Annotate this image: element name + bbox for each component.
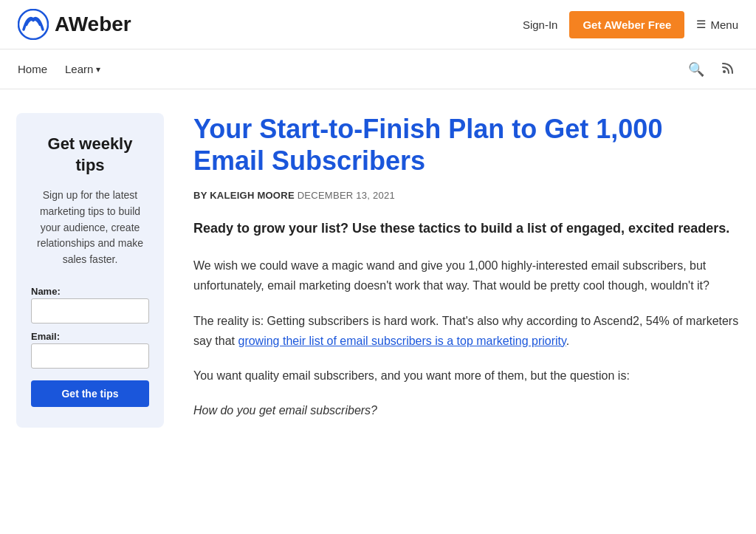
sidebar-widget: Get weekly tips Sign up for the latest m… [16, 113, 164, 428]
article-author: BY KALEIGH MOORE [193, 190, 295, 201]
article-p2-text-after: . [566, 335, 569, 347]
nav-learn[interactable]: Learn ▾ [65, 49, 100, 89]
search-button[interactable]: 🔍 [685, 58, 707, 81]
article-paragraph-1: We wish we could wave a magic wand and g… [193, 256, 740, 295]
get-aweber-free-button[interactable]: Get AWeber Free [569, 11, 684, 38]
page-layout: Get weekly tips Sign up for the latest m… [1, 89, 755, 459]
article-italic-question: How do you get email subscribers? [193, 400, 740, 420]
logo-wordmark: AWeber [55, 13, 131, 36]
site-header: AWeber Sign-In Get AWeber Free ☰ Menu [0, 0, 756, 49]
nav-right: 🔍 [685, 58, 738, 81]
nav-home-label: Home [18, 63, 47, 75]
email-field-group: Email: [31, 331, 149, 369]
menu-label: Menu [710, 18, 738, 31]
name-field-group: Name: [31, 286, 149, 324]
article-paragraph-2: The reality is: Getting subscribers is h… [193, 311, 740, 351]
name-label: Name: [31, 286, 149, 297]
aweber-logo-icon [18, 9, 49, 40]
email-label: Email: [31, 331, 149, 342]
article-meta: BY KALEIGH MOORE DECEMBER 13, 2021 [193, 190, 740, 201]
article-body: We wish we could wave a magic wand and g… [193, 256, 740, 420]
logo-link[interactable]: AWeber [18, 9, 131, 40]
article-paragraph-3: You want quality email subscribers, and … [193, 366, 740, 386]
article-intro: Ready to grow your list? Use these tacti… [193, 219, 740, 239]
sidebar-title: Get weekly tips [31, 134, 149, 176]
main-nav: Home Learn ▾ 🔍 [0, 49, 756, 89]
nav-left: Home Learn ▾ [18, 49, 100, 89]
article-title: Your Start-to-Finish Plan to Get 1,000 E… [193, 113, 740, 177]
svg-point-1 [723, 70, 726, 73]
get-tips-button[interactable]: Get the tips [31, 380, 149, 407]
nav-learn-label: Learn [65, 63, 93, 75]
email-input[interactable] [31, 343, 149, 369]
article-date: DECEMBER 13, 2021 [298, 190, 395, 201]
search-icon: 🔍 [688, 62, 704, 77]
sign-in-button[interactable]: Sign-In [523, 18, 558, 31]
header-actions: Sign-In Get AWeber Free ☰ Menu [523, 11, 738, 38]
nav-home[interactable]: Home [18, 49, 47, 89]
signup-form: Name: Email: Get the tips [31, 286, 149, 407]
chevron-down-icon: ▾ [96, 64, 100, 75]
sidebar-description: Sign up for the latest marketing tips to… [31, 188, 149, 267]
article-link[interactable]: growing their list of email subscribers … [238, 335, 566, 347]
rss-button[interactable] [719, 58, 738, 81]
name-input[interactable] [31, 298, 149, 324]
rss-icon [722, 62, 735, 77]
menu-button[interactable]: ☰ Menu [696, 18, 738, 31]
svg-point-0 [18, 10, 48, 39]
main-content: Your Start-to-Finish Plan to Get 1,000 E… [193, 113, 740, 435]
hamburger-icon: ☰ [696, 18, 706, 31]
